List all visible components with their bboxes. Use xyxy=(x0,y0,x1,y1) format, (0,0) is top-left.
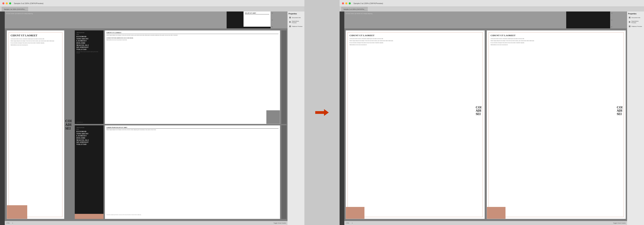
tabs-bar-left: Sample-3 at 150% (CMYK/Pre... xyxy=(0,7,304,11)
left-indesign-window: Sample-3 at 150% (CMYK/Preview) Sample-3… xyxy=(0,0,304,225)
dark-card-title-top: EUISMODTINCIDUNTLAOREETDOLOREMAGNA ALIQU… xyxy=(76,35,102,50)
col-text-right-1: COIADISEI xyxy=(476,106,485,116)
doc-info-label: Document Info xyxy=(292,17,301,18)
window-title: Sample-3 at 150% (CMYK/Preview) xyxy=(14,2,44,4)
right-zoom-level: 175% xyxy=(346,222,349,224)
right-doc-info-checkbox[interactable] xyxy=(629,17,630,18)
col-text-container-left: COIADISEI xyxy=(65,28,74,221)
right-heading-2: CIDUNT UT LAOREET xyxy=(490,34,614,37)
top-strip-text: ad minim veniam, quis labortis nist ut a… xyxy=(6,13,33,14)
light-card-subtitle: CONSECTETUER ADIPISCING ELIT, SED DIAM. xyxy=(106,37,278,39)
minimize-button[interactable] xyxy=(6,2,8,4)
right-separations-item[interactable]: Separations Preview xyxy=(628,19,643,24)
dark-card-italic: Adipiscing elit diam xyxy=(76,32,102,33)
left-canvas: ad minim veniam, quis labortis nist ut a… xyxy=(5,11,288,225)
dark-card-bottom-italic: Adipiscing elit diam xyxy=(76,127,102,128)
tabs-bar-right: Sample-3 at 150% (CMYK/Pre... xyxy=(340,7,644,11)
right-minimize-button[interactable] xyxy=(345,2,347,4)
right-top-strip-left: ad minim veniam, quis labortis nist ut a… xyxy=(344,11,566,28)
flattener-checkbox[interactable] xyxy=(289,25,291,27)
light-card-heading: CIDUNT UT LAOREET xyxy=(106,32,278,34)
top-strip-right-col: 12 Cl [6 xyxy=(270,11,288,28)
main-spread: CIDUNT UT LAOREET Lorem ipsum dolor sit … xyxy=(5,28,288,221)
handwriting-text: consectetur adipiscing elit diam nonummy… xyxy=(106,214,278,215)
page-body-left: Lorem ipsum dolor sit amet, consectetuer… xyxy=(11,38,60,46)
doc-info-item[interactable]: Document Info xyxy=(288,16,304,19)
main-page-left: CIDUNT UT LAOREET Lorem ipsum dolor sit … xyxy=(7,30,64,219)
right-maximize-button[interactable] xyxy=(349,2,351,4)
separations-checkbox[interactable] xyxy=(289,21,291,23)
separations-item[interactable]: Separations Preview xyxy=(288,19,304,24)
active-tab-right[interactable]: Sample-3 at 150% (CMYK/Pre... xyxy=(341,7,368,11)
left-window-chrome: Sample-3 at 150% (CMYK/Preview) xyxy=(0,0,304,7)
right-doc-info-label: Document Info xyxy=(632,17,640,18)
copper-block-right-2 xyxy=(487,207,506,219)
right-body-2: Lorem ipsum dolor sit amet, consectetuer… xyxy=(490,38,614,46)
right-row-2: Adipiscing elit diam Dolore EUISMODTINCI… xyxy=(75,125,286,219)
right-flattener-label: Flattener Preview xyxy=(632,26,642,27)
right-window-title: Sample-3 at 150% (CMYK/Preview) xyxy=(354,2,383,4)
right-page-2-content: CIDUNT UT LAOREET Lorem ipsum dolor sit … xyxy=(490,34,614,215)
arrow-container xyxy=(304,0,340,225)
right-window-chrome: Sample-3 at 150% (CMYK/Preview) xyxy=(340,0,644,7)
page-content-left: CIDUNT UT LAOREET Lorem ipsum dolor sit … xyxy=(11,34,60,215)
right-top-strip: ad minim veniam, quis labortis nist ut a… xyxy=(344,11,627,28)
small-gray-block xyxy=(282,30,286,124)
status-bar-left: 175% 1 Toggle Smart Guides xyxy=(5,221,288,225)
doc-info-checkbox[interactable] xyxy=(289,17,291,18)
right-main-spread: CIDUNT UT LAOREET Lorem ipsum dolor sit … xyxy=(344,28,627,221)
small-gray-block-2 xyxy=(282,125,286,219)
direction-arrow xyxy=(315,109,329,116)
top-strip-left: ad minim veniam, quis labortis nist ut a… xyxy=(5,11,226,28)
dark-card-top: Adipiscing elit diam Dolore EUISMODTINCI… xyxy=(75,30,104,124)
page-heading-left: CIDUNT UT LAOREET xyxy=(11,34,60,37)
separations-label: Separations Preview xyxy=(292,20,303,23)
dark-card-title-bottom: EUISMODTINCIDUNTLAOREETDOLOREMAGNA ALIQU… xyxy=(76,130,102,145)
right-pages-cluster: Adipiscing elit diam Dolore EUISMODTINCI… xyxy=(74,28,288,221)
right-flattener-checkbox[interactable] xyxy=(629,25,630,27)
dark-card-body-top: Lorem ipsum dolor sit amet consectetuer … xyxy=(76,51,102,53)
zoom-level: 175% xyxy=(6,222,10,224)
right-close-button[interactable] xyxy=(342,2,344,4)
arrow-body xyxy=(315,111,324,114)
id-panel-right: Properties Document Info Separations Pre… xyxy=(340,11,644,225)
right-sidebar xyxy=(340,11,344,225)
right-separations-checkbox[interactable] xyxy=(629,21,630,23)
left-properties: Properties Document Info Separations Pre… xyxy=(288,11,304,225)
light-card-top: CIDUNT UT LAOREET Lorem magna aliquam er… xyxy=(105,30,280,124)
right-top-strip-text: ad minim veniam, quis labortis nist ut a… xyxy=(346,13,373,14)
lorem-ipsum-header: LOREM IPSUM DOLOR SIT AMET xyxy=(106,127,278,129)
right-flattener-item[interactable]: Flattener Preview xyxy=(628,24,643,28)
right-toggle-smart-guides: Toggle Smart Guides xyxy=(613,222,626,224)
right-properties-title: Properties xyxy=(628,13,643,15)
right-heading-1: CIDUNT UT LAOREET xyxy=(350,34,473,37)
left-sidebar xyxy=(0,11,5,225)
copper-block-right-1 xyxy=(346,207,364,219)
light-card-subtitle-area: CONSECTETUER ADIPISCING ELIT, SED DIAM. xyxy=(106,37,278,39)
dark-card-bottom-dolore: Dolore xyxy=(76,129,102,130)
flattener-item[interactable]: Flattener Preview xyxy=(288,24,304,28)
right-page-2: CIDUNT UT LAOREET Lorem ipsum dolor sit … xyxy=(487,30,626,219)
col-text-left: COIADISEI xyxy=(65,119,72,130)
light-card-body2: Nulla facilisi at ero eros et accumsan e… xyxy=(106,39,278,41)
dark-card-dolore-label: Dolore xyxy=(76,34,102,35)
maximize-button[interactable] xyxy=(9,2,11,4)
id-panel-left: Properties Document Info Separations Pre… xyxy=(0,11,304,225)
right-doc-info-item[interactable]: Document Info xyxy=(628,16,643,19)
gray-block-in-card xyxy=(266,110,280,124)
active-tab-left[interactable]: Sample-3 at 150% (CMYK/Pre... xyxy=(2,7,28,11)
right-top-strip-dark xyxy=(566,11,610,28)
dolor-sit-amet-card-top: DOLOR SIT AMET xyxy=(244,11,270,27)
dolor-header: DOLOR SIT AMET xyxy=(245,12,269,14)
page-number: 1 xyxy=(12,222,13,224)
col-text-right-2: COIADISEI xyxy=(617,106,626,116)
status-bar-right: 175% 1 Toggle Smart Guides xyxy=(344,221,627,225)
dark-card-footer: www.example.com xyxy=(76,122,102,123)
close-button[interactable] xyxy=(2,2,4,4)
right-body-1: Lorem ipsum dolor sit amet, consectetuer… xyxy=(350,38,473,46)
right-top-strip-right-col: 12 Cl [6 xyxy=(610,11,627,28)
flattener-label: Flattener Preview xyxy=(292,26,302,27)
copper-strip-dark-card xyxy=(75,214,104,219)
right-canvas: ad minim veniam, quis labortis nist ut a… xyxy=(344,11,627,225)
right-row-1: Adipiscing elit diam Dolore EUISMODTINCI… xyxy=(75,30,286,124)
